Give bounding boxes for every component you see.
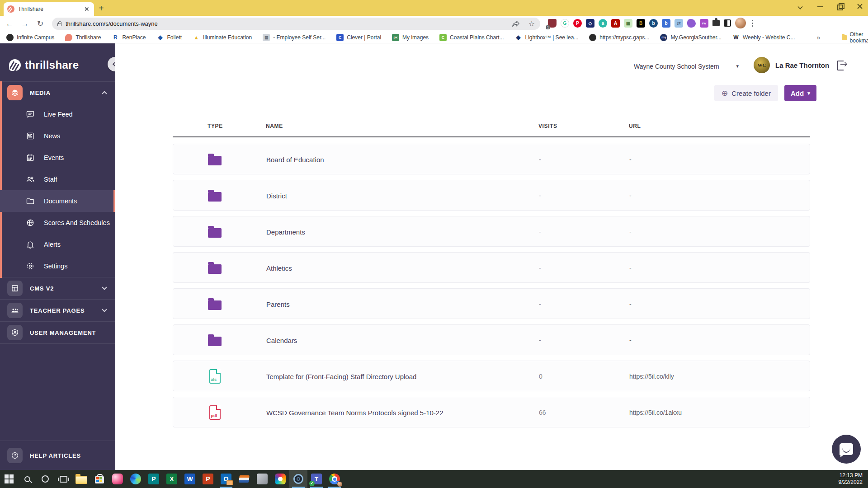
microsoft-store-button[interactable] — [90, 470, 108, 488]
other-bookmarks-button[interactable]: Other bookmarks — [842, 31, 868, 44]
darkmode-extension-icon[interactable] — [724, 19, 731, 27]
chat-widget-button[interactable] — [832, 435, 861, 464]
task-view-button[interactable] — [54, 470, 72, 488]
grey-app-button[interactable] — [253, 470, 271, 488]
sidebar-section-cms-v2[interactable]: CMS V2 — [0, 277, 115, 299]
restore-button[interactable] — [836, 3, 844, 10]
close-button[interactable] — [856, 3, 863, 10]
lock-icon[interactable] — [57, 23, 61, 26]
user-avatar[interactable]: WC — [754, 57, 770, 73]
pinterest-extension-icon[interactable]: P — [573, 19, 582, 28]
shield-extension-icon[interactable]: 1 — [548, 19, 557, 28]
logout-icon[interactable] — [837, 60, 848, 70]
grammarly-extension-icon[interactable]: G — [561, 19, 569, 28]
teams-button[interactable]: T — [307, 470, 326, 488]
taskbar-clock[interactable]: 12:13 PM 9/22/2022 — [839, 470, 863, 488]
back-button[interactable]: ← — [4, 18, 15, 30]
bookmark-georgia-southern[interactable]: myMy.GeorgiaSouther... — [660, 34, 722, 41]
table-row-departments[interactable]: Departments - - — [173, 216, 810, 247]
taskbar-search-button[interactable] — [18, 470, 36, 488]
bookmark-illuminate[interactable]: ▲Illuminate Education — [193, 34, 252, 41]
chrome-button[interactable] — [326, 470, 344, 488]
window-menu-icon[interactable] — [797, 3, 804, 10]
sidebar-item-staff[interactable]: Staff — [0, 169, 115, 190]
sidebar-section-media[interactable]: MEDIA — [0, 82, 115, 103]
bookmark-weebly[interactable]: WWeebly - Website C... — [732, 34, 795, 41]
sidebar-item-settings[interactable]: Settings — [0, 255, 115, 277]
header-rule — [173, 136, 810, 137]
outlook-button[interactable]: O — [217, 470, 235, 488]
browser-tab[interactable]: Thrillshare — [4, 2, 94, 16]
new-tab-button[interactable]: + — [99, 4, 104, 13]
purple-extension-icon[interactable] — [687, 19, 696, 28]
tab-close-icon[interactable] — [83, 5, 90, 13]
help-articles-button[interactable]: HELP ARTICLES — [0, 441, 115, 470]
sidebar-item-documents[interactable]: Documents — [0, 190, 115, 212]
bookmarks-overflow-button[interactable]: » — [816, 34, 820, 41]
minimize-button[interactable] — [816, 3, 824, 10]
column-header-url: URL — [629, 123, 641, 129]
browser-profile-avatar[interactable] — [735, 18, 746, 28]
globe-icon — [6, 34, 14, 41]
district-select[interactable]: Wayne County School System ▾ — [633, 60, 741, 73]
edge-button[interactable] — [127, 470, 145, 488]
teal-extension-icon[interactable]: a — [599, 19, 607, 28]
bookmark-lightbox[interactable]: ◆Lightbox™ | See lea... — [514, 34, 578, 41]
powerpoint-button[interactable]: P — [199, 470, 217, 488]
acrobat-extension-icon[interactable]: A — [611, 19, 620, 28]
bookmark-renplace[interactable]: RRenPlace — [112, 34, 146, 41]
bing-extension-icon[interactable]: b — [662, 19, 670, 28]
sidebar-section-user-management[interactable]: USER MANAGEMENT — [0, 322, 115, 343]
adobe-creative-cloud-button[interactable] — [271, 470, 289, 488]
edge-icon — [130, 474, 141, 484]
sidebar-item-alerts[interactable]: Alerts — [0, 234, 115, 255]
share-icon[interactable] — [512, 21, 519, 27]
infinite-campus-button[interactable] — [235, 470, 253, 488]
sidebar-section-teacher-pages[interactable]: TEACHER PAGES — [0, 300, 115, 321]
bookmark-star-icon[interactable]: ☆ — [528, 19, 535, 28]
screen-recorder-button[interactable] — [289, 470, 307, 488]
publisher-button[interactable]: P — [145, 470, 163, 488]
table-row-parents[interactable]: Parents - - — [173, 288, 810, 319]
navy-extension-icon[interactable]: ◇ — [586, 19, 594, 28]
black-b-extension-icon[interactable]: B — [637, 19, 645, 28]
sidebar-item-scores-and-schedules[interactable]: Scores And Schedules — [0, 212, 115, 234]
table-row-governance-norms[interactable]: pdf WCSD Governance Team Norms Protocols… — [173, 397, 810, 427]
address-bar[interactable]: thrillshare.com/s/documents-wayne ☆ — [52, 18, 540, 30]
bookmark-clever[interactable]: CClever | Portal — [336, 34, 381, 41]
extensions-puzzle-icon[interactable] — [712, 20, 720, 26]
create-folder-button[interactable]: ⊕ Create folder — [714, 85, 778, 101]
start-button[interactable] — [0, 470, 18, 488]
excel-button[interactable]: X — [163, 470, 181, 488]
green-extension-icon[interactable]: ▦ — [624, 19, 632, 28]
sidebar-item-live-feed[interactable]: Live Feed — [0, 103, 115, 125]
bookmark-thrillshare[interactable]: Thrillshare — [65, 34, 101, 41]
table-row-athletics[interactable]: Athletics - - — [173, 252, 810, 283]
readwrite-extension-icon[interactable]: rw — [700, 19, 708, 28]
table-row-calendars[interactable]: Calendars - - — [173, 324, 810, 355]
lightblue-extension-icon[interactable]: ⇄ — [675, 19, 683, 28]
add-button[interactable]: Add ▾ — [784, 85, 816, 101]
bookmark-mypsc[interactable]: https://mypsc.gaps... — [589, 34, 649, 41]
table-row-board-of-education[interactable]: Board of Education - - — [173, 144, 810, 174]
file-explorer-button[interactable] — [72, 470, 90, 488]
bookmark-my-images[interactable]: pxMy images — [392, 34, 429, 41]
people-icon — [26, 175, 35, 184]
bookmark-follett[interactable]: ◆Follett — [156, 34, 182, 41]
table-row-district[interactable]: District - - — [173, 180, 810, 211]
paint-3d-button[interactable] — [108, 470, 127, 488]
reload-button[interactable]: ↻ — [34, 18, 46, 30]
forward-button[interactable]: → — [19, 18, 31, 30]
cortana-button[interactable] — [36, 470, 54, 488]
thrillshare-logo[interactable]: thrillshare — [0, 43, 115, 75]
bookmark-employee-self-service[interactable]: ▤- Employee Self Ser... — [263, 34, 326, 41]
sidebar-item-events[interactable]: Events — [0, 147, 115, 169]
bookmark-coastal-plains[interactable]: CCoastal Plains Chart... — [439, 34, 504, 41]
browser-menu-icon[interactable] — [752, 20, 753, 27]
word-button[interactable]: W — [181, 470, 199, 488]
toolbar-actions: ⊕ Create folder Add ▾ — [714, 85, 816, 101]
navy-circle-extension-icon[interactable]: b — [649, 19, 658, 28]
sidebar-item-news[interactable]: News — [0, 125, 115, 147]
bookmark-infinite-campus[interactable]: Infinite Campus — [6, 34, 54, 41]
table-row-staff-directory-template[interactable]: xls Template for (Front-Facing) Staff Di… — [173, 361, 810, 391]
